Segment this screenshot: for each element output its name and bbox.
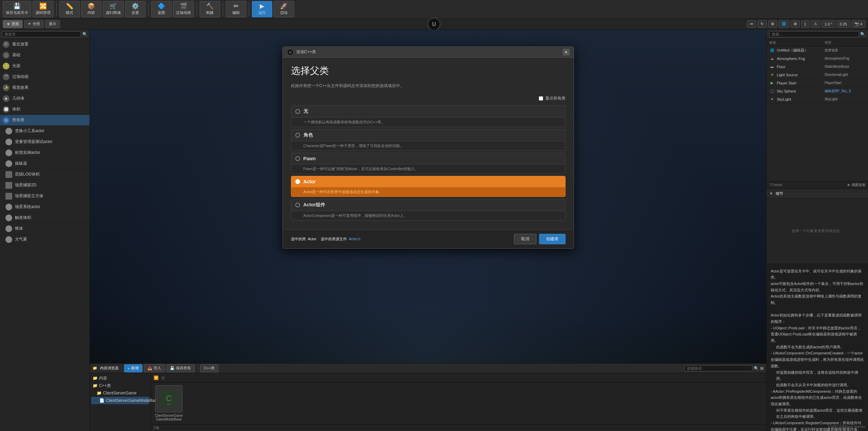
save-button[interactable]: 💾 保存当前关卡	[3, 1, 31, 17]
asset-gamemode[interactable]: C ++ ClientServerGameGameModeBase	[154, 385, 184, 421]
outliner-item-light[interactable]: ☀ Light Source DirectionalLight	[767, 71, 868, 79]
cancel-button[interactable]: 取消	[514, 234, 536, 244]
cinematic-icon: 🎬	[3, 74, 9, 80]
category-all[interactable]: ⊞ 所有类	[0, 115, 90, 126]
class-option-none-header[interactable]: 无	[291, 106, 565, 117]
tree-item-game[interactable]: 📁 ClientServerGame	[91, 389, 149, 397]
actor-cone-label: 锥体	[15, 226, 23, 231]
edit-button[interactable]: ✏ 编辑	[226, 1, 246, 17]
recent-icon: ⏱	[3, 41, 9, 48]
cinematics-button[interactable]: 🎬 过场动画	[173, 1, 194, 17]
dialog-close-button[interactable]: ×	[563, 49, 570, 56]
grid-snap-button[interactable]: ⊞	[791, 20, 800, 28]
sky-icon: ◯	[769, 88, 775, 94]
class-name-none: 无	[303, 108, 308, 115]
category-recent[interactable]: ⏱ 最近放置	[0, 39, 90, 50]
actor-item-trigger[interactable]: 触发体积	[0, 212, 90, 223]
outliner-item-atmosfog[interactable]: ☁ Atmospheric Fog AtmosphericFog	[767, 55, 868, 63]
outliner-label-world: Untitled（编辑器）	[777, 48, 823, 53]
selected-class-label: 选中的类	[291, 237, 306, 241]
outliner-item-world[interactable]: 🌐 Untitled（编辑器） 世界场景	[767, 46, 868, 55]
outliner-item-playerstart[interactable]: ▶ Player Start PlayerStart	[767, 79, 868, 87]
grid-value[interactable]: 1	[801, 20, 809, 28]
camera-speed[interactable]: 📷 4	[851, 20, 865, 28]
class-desc-actor: Actor是一种可在世界中放置或动态生成的对象。	[291, 187, 565, 197]
ue-logo: U	[426, 19, 442, 29]
outliner-item-skysphere[interactable]: ◯ Sky Sphere 编辑器BP_Sky_S	[767, 87, 868, 95]
outliner-item-floor[interactable]: ▬ Floor StaticMeshActor	[767, 63, 868, 71]
category-cinematic[interactable]: 🎬 过场动画	[0, 71, 90, 82]
blueprint-button[interactable]: 🔷 蓝图	[151, 1, 172, 17]
category-basic[interactable]: ◻ 基础	[0, 50, 90, 61]
market-button[interactable]: 🛒 虚幻商城	[103, 1, 124, 17]
outliner-type-playerstart: PlayerStart	[825, 81, 865, 85]
doc-line-10: - AActor::PreRegisterAllComponents：对静态放置…	[771, 388, 864, 407]
mode-button[interactable]: ✏️ 模式	[59, 1, 80, 17]
category-geometry[interactable]: ◆ 几何体	[0, 93, 90, 104]
category-volume[interactable]: ⬜ 体积	[0, 104, 90, 115]
view-options-toggle[interactable]: 👁 视图选项	[847, 183, 865, 187]
settings-button[interactable]: ⚙️ 设置	[125, 1, 145, 17]
outliner-item-skylight[interactable]: ✦ SkyLight SkyLight	[767, 95, 868, 103]
show-button[interactable]: 显示	[45, 20, 60, 28]
new-asset-button[interactable]: + 新增	[124, 364, 142, 372]
outliner-search-input[interactable]	[769, 31, 859, 37]
class-option-pawn-header[interactable]: Pawn	[291, 153, 565, 164]
actor-item-atmos[interactable]: 大气雾	[0, 234, 90, 245]
rotation-snap[interactable]: 1.0°	[822, 20, 835, 28]
dialog-left: 选择父类 此操作将把一个C++头文件和源码文件添加到您的游戏项目中。 显示所有类…	[291, 64, 566, 223]
translate-button[interactable]: ⇔	[747, 20, 756, 28]
rotate-button[interactable]: ↻	[757, 20, 767, 28]
content-button[interactable]: 📦 内容	[81, 1, 101, 17]
actor-item-varmgr[interactable]: 变量管理器测试actor	[0, 137, 90, 147]
rotation-value: 1.0	[825, 22, 830, 26]
actor-search-input[interactable]	[2, 31, 81, 37]
world-space-button[interactable]: 🌐	[778, 20, 789, 28]
tree-item-gamemode[interactable]: 📄 ClientServerGameModeBase	[91, 397, 149, 404]
actor-item-transform[interactable]: 变换小工具actor	[0, 126, 90, 137]
tree-item-cpp[interactable]: 📁 C++类	[91, 382, 149, 389]
cpp-tab-button[interactable]: C++类	[200, 364, 218, 372]
show-all-checkbox[interactable]	[539, 96, 543, 101]
tree-content-label: 内容	[99, 375, 107, 381]
save-all-button[interactable]: 💾 保存所有	[166, 364, 195, 372]
grid-view-icon: ⊞	[760, 366, 764, 371]
class-option-actor-header[interactable]: Actor	[291, 176, 565, 187]
import-button[interactable]: 📥 导入	[144, 364, 165, 372]
content-browser-header: 📁 内容浏览器 + 新增 📥 导入 💾 保存所有	[90, 364, 766, 373]
warning-icon-btn[interactable]: ⚠	[811, 20, 820, 28]
lighting-label: 光照	[33, 21, 40, 26]
scale-button[interactable]: ⊞	[768, 20, 777, 28]
scale-input[interactable]: 0.25	[836, 20, 850, 28]
category-vfx[interactable]: ✨ 视觉效果	[0, 82, 90, 93]
path-input[interactable]	[685, 365, 752, 371]
launch-button[interactable]: 🚀 启动	[274, 1, 294, 17]
category-light[interactable]: ☀ 光源	[0, 61, 90, 71]
footer-info: 选中的类 Actor 选中的类源文件 Actor.h	[291, 237, 360, 242]
class-option-actorcomponent-header[interactable]: Actor组件	[291, 199, 565, 211]
tree-item-content[interactable]: 📁 内容	[91, 374, 149, 382]
build-button[interactable]: 🔨 构建	[200, 1, 220, 17]
details-empty-message: 选择一个对象来查看详细信息。	[767, 199, 868, 264]
actor-item-systems[interactable]: 场景系统actor	[0, 202, 90, 212]
sep5	[249, 2, 249, 16]
category-volume-label: 体积	[12, 106, 20, 112]
actor-item-manipulator[interactable]: 操纵器	[0, 158, 90, 169]
camera-icon: 📷	[854, 22, 859, 26]
actor-item-cone[interactable]: 锥体	[0, 223, 90, 234]
actor-item-capture2d[interactable]: 场景捕获2D	[0, 180, 90, 191]
source-control-button[interactable]: 🔀 源码管理	[33, 1, 54, 17]
lighting-button[interactable]: ☀ 光照	[24, 20, 44, 28]
actor-item-capture3d[interactable]: 场景捕获立方体	[0, 191, 90, 202]
actor-item-material[interactable]: 材质实例actor	[0, 147, 90, 158]
class-option-character-header[interactable]: 角色	[291, 129, 565, 141]
save-icon2: 💾	[170, 366, 175, 370]
perspective-dropdown[interactable]: ▼ 透视	[3, 20, 23, 28]
actor-item-lod[interactable]: 层级LOD体积	[0, 169, 90, 180]
create-class-button[interactable]: 创建类	[539, 234, 566, 244]
play-button[interactable]: ▶ 运行	[252, 1, 272, 17]
outliner-col-label: 标签	[769, 40, 825, 45]
asset-thumb-gamemode: C ++	[155, 385, 182, 412]
folder-icon: 📁	[93, 376, 98, 381]
content-count: 1项	[154, 426, 159, 430]
